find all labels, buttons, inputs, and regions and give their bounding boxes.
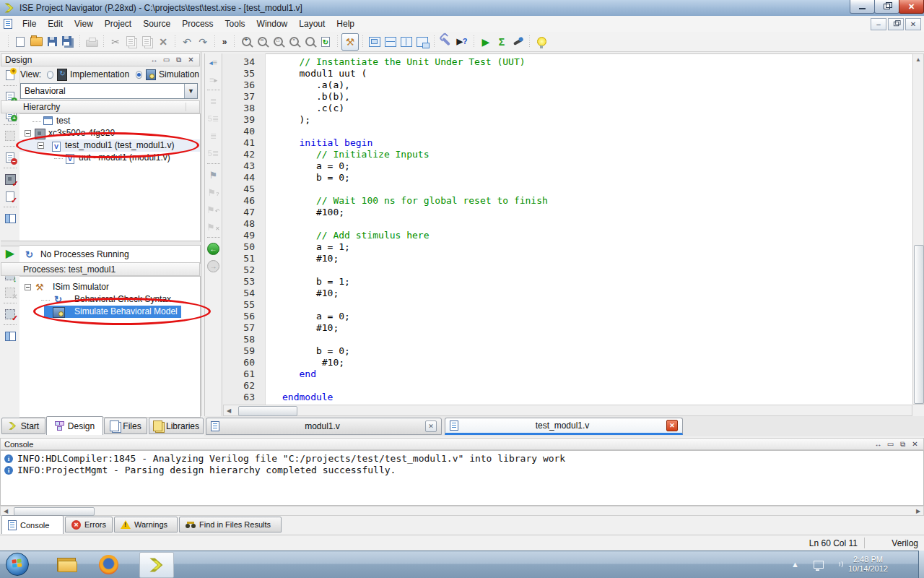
scroll-left-arrow[interactable]: ◀ bbox=[224, 407, 234, 414]
taskbar-clock[interactable]: 2:48 PM 10/14/2012 bbox=[848, 555, 888, 574]
editor-vertical-scrollbar[interactable]: ▲ bbox=[912, 53, 924, 405]
sum-button[interactable]: Σ bbox=[494, 34, 510, 50]
stop-process-button[interactable]: ✕ bbox=[2, 285, 18, 301]
tree-item-testbench[interactable]: test_modul1 (test_modul1.v) bbox=[19, 139, 200, 152]
code-line[interactable]: 41 initial begin bbox=[223, 137, 912, 149]
scrollbar-thumb[interactable] bbox=[238, 406, 297, 416]
tab-console[interactable]: Console bbox=[1, 515, 64, 534]
mdi-close-button[interactable]: ✕ bbox=[905, 18, 921, 30]
code-line[interactable]: 56 a = 0; bbox=[223, 311, 912, 322]
tab-find-in-files[interactable]: Find in Files Results bbox=[179, 517, 282, 532]
project-snapshot-button[interactable]: ⚒ bbox=[341, 33, 359, 51]
undo-button[interactable]: ↶ bbox=[179, 34, 195, 50]
save-all-button[interactable] bbox=[60, 34, 76, 50]
save-button[interactable] bbox=[44, 34, 60, 50]
menu-item-view[interactable]: View bbox=[69, 17, 99, 31]
taskbar-ise-button[interactable] bbox=[139, 552, 174, 578]
panel-float-icon[interactable]: ↔ bbox=[149, 56, 159, 64]
cascade-windows-button[interactable] bbox=[367, 34, 383, 50]
zoom-full-view-button[interactable]: ⌂ bbox=[270, 34, 286, 50]
menu-item-edit[interactable]: Edit bbox=[42, 17, 69, 31]
start-button[interactable] bbox=[6, 553, 29, 576]
panel-dock-icon[interactable]: ⧉ bbox=[174, 56, 183, 64]
goto-line-button[interactable]: ≣ bbox=[206, 93, 222, 109]
code-line[interactable]: 48 bbox=[223, 218, 912, 230]
code-line[interactable]: 44 b = 0; bbox=[223, 172, 912, 184]
code-line[interactable]: 34 // Instantiate the Unit Under Test (U… bbox=[223, 56, 912, 68]
network-icon[interactable] bbox=[814, 561, 824, 569]
zoom-previous-button[interactable] bbox=[302, 34, 318, 50]
zoom-out-button[interactable]: − bbox=[254, 34, 270, 50]
hint-button[interactable] bbox=[533, 34, 549, 50]
code-line[interactable]: 43 a = 0; bbox=[223, 160, 912, 172]
hierarchy-header[interactable]: Hierarchy bbox=[1, 100, 200, 113]
tree-item-uut[interactable]: uut - modul1 (modul1.v) bbox=[19, 152, 200, 164]
code-line[interactable]: 54 #10; bbox=[223, 288, 912, 299]
design-properties-button[interactable]: ✓ bbox=[2, 171, 18, 187]
menu-item-window[interactable]: Window bbox=[251, 17, 294, 31]
simulation-radio[interactable] bbox=[136, 71, 142, 79]
panel-float-icon[interactable]: ↔ bbox=[873, 440, 883, 449]
source-properties-button[interactable]: ✓ bbox=[2, 189, 18, 204]
code-line[interactable]: 57 #10; bbox=[223, 322, 912, 334]
process-item-check-syntax[interactable]: ↻ Behavioral Check Syntax bbox=[19, 293, 200, 306]
previous-bookmark-button[interactable]: ⚑↶ bbox=[206, 202, 222, 217]
show-hidden-icons-button[interactable]: ▲ bbox=[791, 560, 799, 569]
close-button[interactable]: ✕ bbox=[899, 0, 924, 14]
scroll-left-arrow[interactable]: ◀ bbox=[1, 508, 11, 514]
tab-libraries[interactable]: Libraries bbox=[149, 418, 204, 434]
context-help-button[interactable]: ▶? bbox=[454, 34, 470, 50]
new-source-button[interactable]: ✶ bbox=[2, 67, 18, 83]
code-line[interactable]: 55 bbox=[223, 299, 912, 311]
code-line[interactable]: 38 .c(c) bbox=[223, 103, 912, 114]
menu-item-process[interactable]: Process bbox=[176, 17, 219, 31]
code-line[interactable]: 45 bbox=[223, 184, 912, 195]
mdi-document-icon[interactable] bbox=[4, 19, 12, 29]
close-tab-button[interactable]: ✕ bbox=[425, 420, 437, 432]
arrange-windows-button[interactable] bbox=[414, 34, 430, 50]
code-line[interactable]: 40 bbox=[223, 126, 912, 137]
code-line[interactable]: 58 bbox=[223, 334, 912, 345]
run-process-button[interactable]: ▶ bbox=[2, 246, 18, 262]
redo-button[interactable]: ↷ bbox=[195, 34, 211, 50]
menu-item-help[interactable]: Help bbox=[331, 17, 360, 31]
tree-item-project[interactable]: test bbox=[19, 115, 200, 127]
code-line[interactable]: 63endmodule bbox=[223, 392, 912, 403]
menu-item-source[interactable]: Source bbox=[137, 17, 176, 31]
panel-maximize-icon[interactable]: ▭ bbox=[886, 440, 895, 449]
navigate-forward-button[interactable]: → bbox=[206, 258, 222, 274]
cut-button[interactable]: ✂ bbox=[108, 34, 123, 50]
code-line[interactable]: 52 bbox=[223, 264, 912, 276]
menu-item-layout[interactable]: Layout bbox=[293, 17, 331, 31]
clear-bookmarks-button[interactable]: ⚑✕ bbox=[206, 219, 222, 235]
scroll-up-arrow[interactable]: ▲ bbox=[913, 56, 923, 63]
copy-button[interactable] bbox=[123, 34, 139, 50]
navigate-back-button[interactable]: ← bbox=[206, 241, 222, 256]
print-button[interactable] bbox=[84, 34, 100, 50]
collapse-expander[interactable] bbox=[38, 142, 44, 149]
mdi-restore-button[interactable] bbox=[888, 18, 904, 30]
combobox-dropdown-button[interactable]: ▼ bbox=[184, 84, 197, 98]
restore-button[interactable] bbox=[874, 0, 899, 14]
fold-button[interactable]: ≣ bbox=[206, 128, 222, 144]
rerun-all-button[interactable]: ✓ bbox=[2, 306, 18, 322]
editor-horizontal-scrollbar[interactable]: ◀ bbox=[223, 405, 912, 416]
zoom-box-button[interactable]: ▫ bbox=[286, 34, 302, 50]
menu-item-file[interactable]: File bbox=[17, 17, 42, 31]
taskbar-firefox-button[interactable] bbox=[97, 553, 120, 575]
minimize-button[interactable] bbox=[850, 0, 875, 14]
scroll-right-arrow[interactable]: ▶ bbox=[913, 508, 923, 514]
open-file-button[interactable] bbox=[28, 34, 44, 50]
menu-item-tools[interactable]: Tools bbox=[219, 17, 251, 31]
tab-start[interactable]: Start bbox=[1, 418, 45, 434]
tile-horizontally-button[interactable] bbox=[383, 34, 398, 50]
zoom-in-button[interactable]: + bbox=[238, 34, 254, 50]
paste-button[interactable] bbox=[139, 34, 155, 50]
simulation-mode-combobox[interactable]: Behavioral ▼ bbox=[20, 83, 198, 99]
collapse-expander[interactable] bbox=[25, 284, 31, 290]
code-line[interactable]: 39 ); bbox=[223, 114, 912, 126]
code-line[interactable]: 35 modul1 uut ( bbox=[223, 68, 912, 79]
code-line[interactable]: 36 .a(a), bbox=[223, 79, 912, 91]
code-line[interactable]: 49 // Add stimulus here bbox=[223, 230, 912, 241]
code-line[interactable]: 60 #10; bbox=[223, 357, 912, 368]
